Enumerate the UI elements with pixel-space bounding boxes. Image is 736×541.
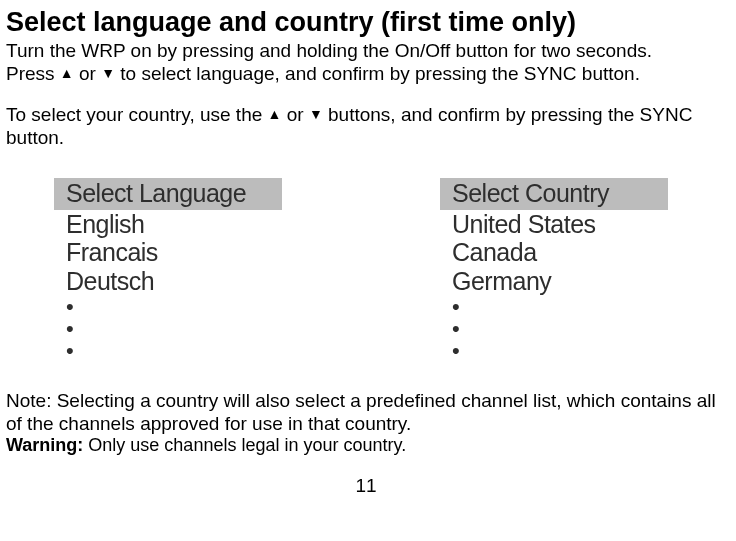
warning-label: Warning: (6, 435, 83, 455)
country-option: Canada (440, 238, 726, 267)
ellipsis-dot: • (440, 296, 726, 318)
text-fragment: Press (6, 63, 60, 84)
page-number: 11 (6, 475, 726, 498)
note-text: Note: Selecting a country will also sele… (6, 390, 726, 436)
language-menu: Select Language English Francais Deutsch… (54, 178, 340, 362)
intro-line-1: Turn the WRP on by pressing and holding … (6, 40, 726, 63)
text-fragment: To select your country, use the (6, 104, 268, 125)
language-option: Francais (54, 238, 340, 267)
down-arrow-icon: ▼ (101, 65, 115, 82)
country-option: Germany (440, 267, 726, 296)
text-fragment: or (74, 63, 101, 84)
country-menu-header: Select Country (440, 178, 668, 210)
ellipsis-dot: • (54, 340, 340, 362)
text-fragment: to select language, and confirm by press… (115, 63, 640, 84)
text-fragment: or (281, 104, 308, 125)
country-menu: Select Country United States Canada Germ… (440, 178, 726, 362)
country-option: United States (440, 210, 726, 239)
page-title: Select language and country (first time … (6, 6, 726, 38)
up-arrow-icon: ▲ (268, 106, 282, 123)
warning-body: Only use channels legal in your country. (83, 435, 406, 455)
intro-line-2: Press ▲ or ▼ to select language, and con… (6, 63, 726, 86)
language-menu-header: Select Language (54, 178, 282, 210)
ellipsis-dot: • (440, 340, 726, 362)
language-option: Deutsch (54, 267, 340, 296)
up-arrow-icon: ▲ (60, 65, 74, 82)
warning-text: Warning: Only use channels legal in your… (6, 435, 726, 457)
ellipsis-dot: • (54, 318, 340, 340)
ellipsis-dot: • (440, 318, 726, 340)
language-option: English (54, 210, 340, 239)
ellipsis-dot: • (54, 296, 340, 318)
down-arrow-icon: ▼ (309, 106, 323, 123)
intro-line-3: To select your country, use the ▲ or ▼ b… (6, 104, 726, 150)
menu-columns: Select Language English Francais Deutsch… (6, 178, 726, 362)
